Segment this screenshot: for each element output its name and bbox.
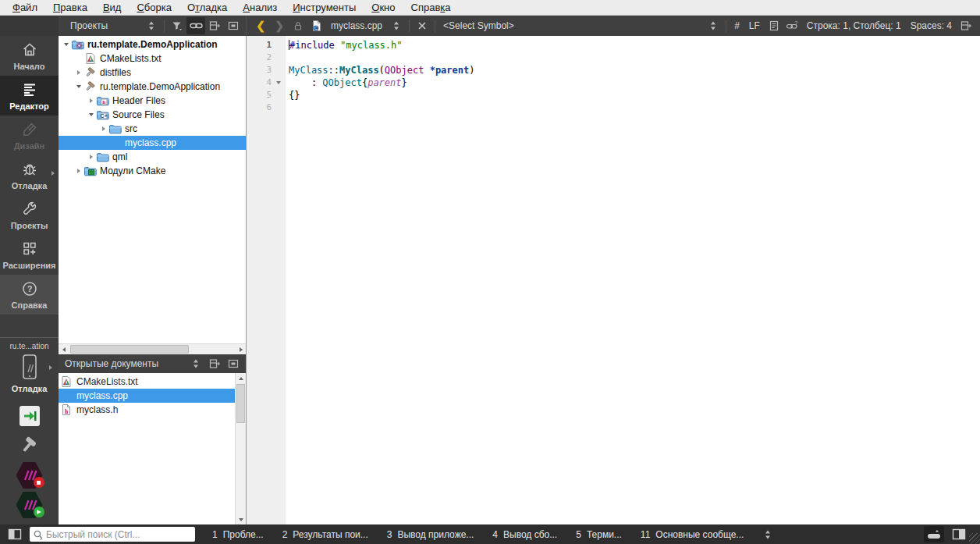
output-pane-button-2[interactable]: 2 Результаты пои...: [273, 524, 378, 544]
tree-item[interactable]: h Header Files: [59, 94, 246, 108]
tree-item[interactable]: distfiles: [59, 66, 246, 80]
open-file-name[interactable]: myclass.cpp: [331, 20, 382, 31]
output-pane-button-11[interactable]: 11 Основные сообще...: [631, 524, 754, 544]
build-button[interactable]: [16, 433, 43, 458]
menu-edit[interactable]: Правка: [45, 1, 95, 14]
menu-analyze[interactable]: Анализ: [235, 1, 285, 14]
vscroll-thumb[interactable]: [236, 384, 245, 423]
menu-build[interactable]: Сборка: [129, 1, 179, 14]
collapsed-arrow-icon[interactable]: [87, 155, 96, 159]
synchronize-with-editor-button[interactable]: [186, 17, 205, 34]
code-editor[interactable]: 1 #include "myclass.h"2 3 MyClass::MyCla…: [247, 36, 980, 524]
code-line[interactable]: 2: [247, 52, 980, 64]
open-documents-close-button[interactable]: [224, 355, 243, 372]
symbol-combo-arrows[interactable]: [704, 17, 723, 34]
mode-projects[interactable]: Проекты: [0, 195, 59, 235]
collapsed-arrow-icon[interactable]: [74, 70, 83, 75]
select-symbol-value[interactable]: <Select Symbol>: [443, 20, 514, 31]
line-ending-indicator[interactable]: LF: [749, 20, 760, 31]
file-properties-button[interactable]: [765, 17, 783, 34]
kit-target-button[interactable]: [0, 354, 59, 382]
mode-help[interactable]: ? Справка: [0, 275, 59, 315]
run-application-button[interactable]: [16, 492, 43, 517]
go-forward-button[interactable]: ❯: [270, 17, 289, 34]
cursor-position-indicator[interactable]: Строка: 1, Столбец: 1: [807, 20, 901, 31]
split-pane-button[interactable]: [205, 17, 224, 34]
open-document-item[interactable]: CMakeLists.txt: [59, 375, 235, 389]
stop-application-button[interactable]: [16, 463, 43, 488]
menu-tools[interactable]: Инструменты: [285, 1, 364, 14]
code-line[interactable]: 3 MyClass::MyClass(QObject *parent): [247, 64, 980, 76]
open-documents-split-button[interactable]: [205, 355, 224, 372]
tree-item-label: ru.template.DemoApplication: [97, 81, 220, 92]
menu-debug[interactable]: Отладка: [179, 1, 235, 14]
open-documents-combo-arrows[interactable]: [186, 355, 205, 372]
collapsed-arrow-icon[interactable]: [87, 98, 96, 103]
menu-help[interactable]: Справка: [403, 1, 459, 14]
split-editor-button[interactable]: [957, 17, 975, 34]
collapsed-arrow-icon[interactable]: [74, 169, 83, 173]
menu-window[interactable]: Окно: [364, 1, 403, 14]
scroll-left-arrow-icon[interactable]: [59, 344, 69, 354]
code-line[interactable]: 6: [247, 101, 980, 114]
filter-tree-button[interactable]: [168, 17, 186, 34]
menu-file[interactable]: Файл: [5, 1, 45, 14]
open-documents-title[interactable]: Открытые документы: [65, 358, 186, 369]
mode-design[interactable]: Дизайн: [0, 116, 59, 155]
tree-item[interactable]: Модули CMake: [59, 164, 246, 178]
mode-debug[interactable]: Отладка: [0, 155, 59, 195]
expanded-arrow-icon[interactable]: [74, 85, 83, 88]
locator-input[interactable]: [44, 528, 192, 541]
code-line[interactable]: 5 {}: [247, 89, 980, 101]
navigation-pane-combo-arrows[interactable]: [142, 17, 161, 34]
resize-grip[interactable]: [969, 533, 980, 544]
close-document-button[interactable]: [413, 17, 431, 34]
mode-extensions[interactable]: Расширения: [0, 235, 59, 275]
hide-sidebar-button[interactable]: [224, 17, 243, 34]
output-pane-button-1[interactable]: 1 Пробле...: [203, 524, 273, 544]
locator-search[interactable]: [30, 527, 195, 542]
tree-item[interactable]: src: [59, 122, 246, 136]
output-pane-arrows[interactable]: [758, 526, 778, 542]
output-pane-button-4[interactable]: 4 Вывод сбо...: [483, 524, 566, 544]
indentation-indicator[interactable]: Spaces: 4: [911, 20, 952, 31]
encoding-indicator[interactable]: #: [734, 20, 740, 31]
tree-horizontal-scrollbar[interactable]: [59, 343, 246, 354]
lock-file-button[interactable]: [289, 17, 307, 34]
scroll-up-arrow-icon[interactable]: [236, 373, 246, 383]
open-document-item[interactable]: myclass.cpp: [59, 389, 235, 403]
output-pane-button-3[interactable]: 3 Вывод приложе...: [378, 524, 484, 544]
toggle-right-sidebar-button[interactable]: [949, 526, 969, 542]
tree-item[interactable]: C+ Source Files: [59, 108, 246, 122]
menu-view[interactable]: Вид: [95, 1, 130, 14]
code-line[interactable]: 1 #include "myclass.h": [247, 39, 980, 52]
tree-item[interactable]: qml: [59, 150, 246, 164]
symbol-combo[interactable]: <Select Symbol>: [439, 17, 723, 34]
file-combo-arrows[interactable]: [387, 17, 406, 34]
scroll-down-arrow-icon[interactable]: [236, 514, 246, 524]
scroll-right-arrow-icon[interactable]: [236, 344, 246, 354]
toggle-left-sidebar-button[interactable]: [5, 526, 25, 542]
run-button[interactable]: [16, 404, 43, 428]
parse-context-button[interactable]: ?: [783, 17, 802, 34]
code-line[interactable]: 4 : QObject{parent}: [247, 76, 980, 89]
tree-item[interactable]: ru.template.DemoApplication: [59, 37, 246, 52]
mode-welcome[interactable]: Начало: [0, 36, 59, 76]
kit-selector-name[interactable]: ru.te...ation: [9, 342, 48, 350]
document-dropdown-button[interactable]: C: [307, 17, 326, 34]
tree-item[interactable]: CMakeLists.txt: [59, 52, 246, 66]
open-document-item[interactable]: h myclass.h: [59, 403, 235, 417]
output-pane-button-5[interactable]: 5 Терми...: [566, 524, 631, 544]
hscroll-thumb[interactable]: [70, 345, 189, 354]
expanded-arrow-icon[interactable]: [87, 113, 96, 116]
navigation-pane-selector[interactable]: Проекты: [70, 20, 142, 31]
expanded-arrow-icon[interactable]: [62, 43, 71, 46]
mode-editor[interactable]: Редактор: [0, 76, 59, 116]
progress-details-button[interactable]: [924, 526, 944, 542]
open-documents-scrollbar[interactable]: [235, 373, 246, 524]
go-back-button[interactable]: ❮: [251, 17, 270, 34]
tree-item[interactable]: ru.template.DemoApplication: [59, 80, 246, 94]
collapsed-arrow-icon[interactable]: [99, 126, 108, 131]
tree-item[interactable]: myclass.cpp: [59, 136, 246, 150]
fold-margin[interactable]: [272, 76, 286, 89]
